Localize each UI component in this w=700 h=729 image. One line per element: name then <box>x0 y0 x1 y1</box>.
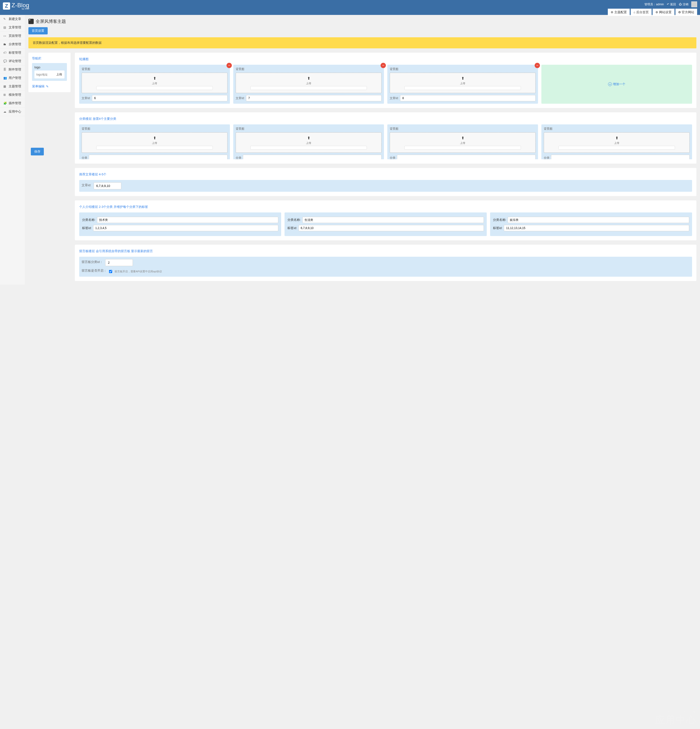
sidebar-item-11[interactable]: ☁应用中心 <box>0 107 25 116</box>
save-button[interactable]: 保存 <box>31 148 44 155</box>
intro-name-input[interactable] <box>508 217 689 223</box>
category-input[interactable] <box>397 155 536 159</box>
sidebar: ✎新建文章▤文章管理▭页面管理🖿分类管理🏷标签管理💬评论管理🗄附件管理👥用户管理… <box>0 15 25 285</box>
nav-title: 导航栏 <box>32 56 67 61</box>
remove-button[interactable]: − <box>227 63 232 68</box>
category-input[interactable] <box>551 155 690 159</box>
upload-zone[interactable]: ⬆上传 <box>81 73 227 93</box>
upload-input[interactable] <box>405 86 521 90</box>
recommend-section: 推荐文章楼层 4-5个 文章id: <box>75 168 696 196</box>
upload-input[interactable] <box>250 86 367 90</box>
sidebar-icon-3: 🖿 <box>3 42 7 46</box>
sidebar-icon-4: 🏷 <box>3 51 7 54</box>
upload-icon: ⬆ <box>461 76 464 81</box>
upload-input[interactable] <box>96 146 212 150</box>
guestbook-cat-label: 留言板分类id： <box>81 260 103 264</box>
carousel-card-2: −背景图⬆上传文章Id: <box>387 65 538 104</box>
intro-tag-input[interactable] <box>93 225 278 231</box>
upload-input[interactable] <box>559 146 675 150</box>
upload-zone[interactable]: ⬆上传 <box>236 132 381 153</box>
intro-card-1: 分类名称:标签id: <box>285 212 486 236</box>
guestbook-cat-input[interactable] <box>105 259 133 266</box>
bg-label: 背景图 <box>236 67 381 71</box>
power-icon: ⏻ <box>679 3 682 6</box>
remove-button[interactable]: − <box>381 63 386 68</box>
guestbook-title: 留言板楼层 会引用系统自带的留言板 显示最新的留言 <box>79 249 692 253</box>
sidebar-item-1[interactable]: ▤文章管理 <box>0 23 25 32</box>
sidebar-item-7[interactable]: 👥用户管理 <box>0 74 25 82</box>
category-input[interactable] <box>89 155 227 159</box>
category-card-3: 背景图⬆上传分类 <box>541 124 692 159</box>
intro-name-input[interactable] <box>302 217 484 223</box>
sidebar-item-2[interactable]: ▭页面管理 <box>0 32 25 40</box>
upload-zone[interactable]: ⬆上传 <box>390 132 536 153</box>
brand-logo-icon: Z <box>3 2 10 10</box>
sidebar-icon-9: ⊞ <box>3 93 7 96</box>
article-id-input[interactable] <box>92 95 227 101</box>
intro-tag-input[interactable] <box>504 225 689 231</box>
remove-button[interactable]: − <box>535 63 540 68</box>
sidebar-item-6[interactable]: 🗄附件管理 <box>0 65 25 74</box>
sidebar-item-3[interactable]: 🖿分类管理 <box>0 40 25 49</box>
recommend-input[interactable] <box>94 182 121 189</box>
home-icon: ⌂ <box>633 10 635 14</box>
upload-zone[interactable]: ⬆上传 <box>544 132 690 153</box>
intro-tag-input[interactable] <box>298 225 484 231</box>
bg-label: 背景图 <box>236 127 381 131</box>
sidebar-icon-1: ▤ <box>3 26 7 29</box>
upload-zone[interactable]: ⬆上传 <box>390 73 536 93</box>
subtab-home-settings[interactable]: 首页设置 <box>28 27 48 35</box>
sidebar-item-0[interactable]: ✎新建文章 <box>0 15 25 23</box>
upload-icon: ⬆ <box>307 136 310 140</box>
sidebar-icon-5: 💬 <box>3 60 7 63</box>
upload-icon: ⬆ <box>461 136 464 140</box>
category-section: 分类楼层 放置4个主要分类 背景图⬆上传分类背景图⬆上传分类背景图⬆上传分类背景… <box>75 112 696 164</box>
upload-zone[interactable]: ⬆上传 <box>81 132 227 153</box>
intro-name-input[interactable] <box>97 217 278 223</box>
sidebar-icon-0: ✎ <box>3 17 7 21</box>
category-card-2: 背景图⬆上传分类 <box>387 124 538 159</box>
undo-icon: ↶ <box>667 3 669 6</box>
topbar: Z Z-Blog for PHP 管理员：admin ↶返回 ⏻注销 ⚙主题配置… <box>0 0 700 15</box>
logout-link[interactable]: ⏻注销 <box>679 2 688 6</box>
upload-zone[interactable]: ⬆上传 <box>236 73 381 93</box>
logo-upload-button[interactable]: 上传 <box>54 71 64 78</box>
category-input[interactable] <box>243 155 381 159</box>
upload-icon: ⬆ <box>153 136 156 140</box>
upload-input[interactable] <box>405 146 521 150</box>
sidebar-item-5[interactable]: 💬评论管理 <box>0 57 25 65</box>
brand-name: Z-Blog <box>12 2 29 9</box>
bg-label: 背景图 <box>390 127 536 131</box>
article-id-input[interactable] <box>400 95 536 101</box>
guestbook-enable-label: 留言板是否开启： <box>81 269 107 273</box>
guestbook-section: 留言板楼层 会引用系统自带的留言板 显示最新的留言 留言板分类id： 留言板是否… <box>75 245 696 281</box>
notice-bar: 首页数据渲染配置，根据布局选择需要配置的数据 <box>28 37 696 48</box>
bg-label: 背景图 <box>390 67 536 71</box>
guestbook-enable-checkbox[interactable] <box>109 270 112 273</box>
carousel-card-0: −背景图⬆上传文章Id: <box>79 65 230 104</box>
article-id-input[interactable] <box>246 95 381 101</box>
avatar[interactable] <box>691 1 697 7</box>
sidebar-icon-8: ▦ <box>3 85 7 88</box>
sidebar-item-10[interactable]: 🧩插件管理 <box>0 99 25 107</box>
main: 全屏风博客主题 首页设置 首页数据渲染配置，根据布局选择需要配置的数据 导航栏 … <box>25 15 700 285</box>
add-carousel-button[interactable]: +增加一个 <box>541 65 692 104</box>
upload-input[interactable] <box>250 146 367 150</box>
intro-section: 个人介绍楼层 2-3个分类 并维护每个分类下的标签 分类名称:标签id:分类名称… <box>75 200 696 240</box>
back-link[interactable]: ↶返回 <box>667 2 676 6</box>
upload-icon: ⬆ <box>615 136 619 140</box>
page-title: 全屏风博客主题 <box>36 19 66 24</box>
logo-input[interactable] <box>35 71 54 78</box>
intro-card-2: 分类名称:标签id: <box>490 212 692 236</box>
sidebar-item-4[interactable]: 🏷标签管理 <box>0 49 25 57</box>
window-icon <box>28 19 34 24</box>
menu-edit-link[interactable]: 菜单编辑 ✎ <box>32 84 67 89</box>
category-title: 分类楼层 放置4个主要分类 <box>79 117 692 121</box>
gear-icon: ⚙ <box>611 10 613 14</box>
carousel-card-1: −背景图⬆上传文章Id: <box>233 65 384 104</box>
edit-icon: ✎ <box>46 85 49 88</box>
upload-input[interactable] <box>96 86 212 90</box>
sidebar-item-8[interactable]: ▦主题管理 <box>0 82 25 91</box>
plus-icon: + <box>608 82 612 86</box>
sidebar-item-9[interactable]: ⊞模块管理 <box>0 91 25 99</box>
